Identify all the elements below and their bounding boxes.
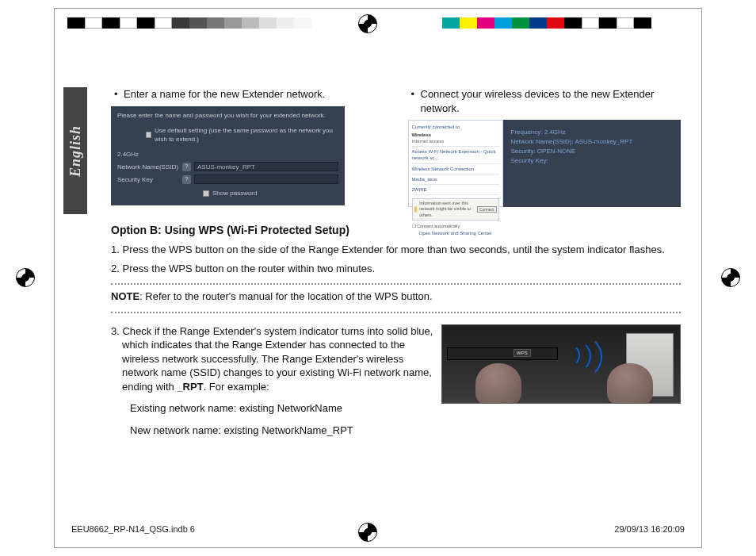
use-default-label: Use default setting (use the same passwo… xyxy=(155,126,338,144)
ssid-label: Network Name(SSID) xyxy=(117,163,182,171)
warning-icon xyxy=(414,206,418,213)
info-line: Security Key: xyxy=(511,156,674,166)
popup-item: Wireless Internet access xyxy=(412,130,499,147)
info-line: Frequency: 2.4GHz xyxy=(511,128,674,137)
hand-graphic xyxy=(475,363,521,404)
popup-item: Access W-Fi Network Extension - Quick ne… xyxy=(412,147,499,163)
connect-button: Connect xyxy=(477,206,497,213)
step-3: 3. Check if the Range Extender's system … xyxy=(111,324,433,394)
ssid-input: ASUS-monkey_RPT xyxy=(194,162,338,171)
bullet-text: Connect your wireless devices to the new… xyxy=(421,87,682,115)
registration-swatches-right xyxy=(442,17,651,29)
popup-item: 2WIRE xyxy=(412,185,499,195)
auto-connect-row: ☐ Connect automatically xyxy=(412,224,499,229)
bullet-text: Enter a name for the new Extender networ… xyxy=(124,87,384,102)
dialog-instruction: Please enter the name and password you w… xyxy=(117,111,338,120)
popup-item: Wireless Network Connection xyxy=(412,164,499,174)
wps-illustration: WPS xyxy=(441,324,681,404)
show-password-label: Show password xyxy=(212,189,257,197)
step-1: 1. Press the WPS button on the side of t… xyxy=(111,243,681,257)
help-icon: ? xyxy=(182,163,191,171)
info-line: Network Name(SSID): ASUS-monkey_RPT xyxy=(511,137,674,147)
registration-mark-icon xyxy=(358,14,377,33)
warning-box: Information sent over this network might… xyxy=(412,198,499,220)
wps-label: WPS xyxy=(514,349,531,357)
checkbox-icon xyxy=(146,132,151,138)
bullet-icon: • xyxy=(111,87,124,102)
network-info-panel: Frequency: 2.4GHz Network Name(SSID): AS… xyxy=(503,120,682,207)
divider-dotted xyxy=(111,283,681,285)
info-line: Security: OPEN-NONE xyxy=(511,147,674,156)
checkbox-icon xyxy=(203,190,209,197)
page-content: • Enter a name for the new Extender netw… xyxy=(111,87,681,437)
language-tab: English xyxy=(63,87,87,214)
extender-name-dialog: Please enter the name and password you w… xyxy=(111,106,345,206)
step-2: 2. Press the WPS button on the router wi… xyxy=(111,262,681,276)
popup-header: Currently connected to: xyxy=(412,124,499,130)
windows-network-popup: Currently connected to: Wireless Interne… xyxy=(408,120,503,207)
registration-mark-icon xyxy=(721,268,740,287)
note-text: NOTE: Refer to the router's manual for t… xyxy=(111,290,681,304)
footer-timestamp: 29/09/13 16:20:09 xyxy=(614,524,685,534)
popup-footer-link: Open Network and Sharing Center xyxy=(412,230,499,236)
help-icon: ? xyxy=(182,175,191,184)
bullet-icon: • xyxy=(408,87,421,115)
popup-item: Media_asus xyxy=(412,174,499,185)
router-graphic xyxy=(447,347,558,360)
example-existing: Existing network name: existing NetworkN… xyxy=(111,401,433,416)
hand-graphic xyxy=(607,363,653,404)
signal-wave-icon xyxy=(558,335,602,379)
divider-dotted xyxy=(111,312,681,313)
registration-mark-icon xyxy=(16,268,35,287)
page-footer: EEU8662_RP-N14_QSG.indb 6 29/09/13 16:20… xyxy=(71,524,685,534)
security-key-input xyxy=(194,174,338,184)
band-label: 2.4GHz xyxy=(117,150,182,159)
example-new: New network name: existing NetworkName_R… xyxy=(111,424,433,438)
security-key-label: Security Key xyxy=(117,175,182,184)
option-b-heading: Option B: Using WPS (Wi-Fi Protected Set… xyxy=(111,223,681,238)
footer-file: EEU8662_RP-N14_QSG.indb 6 xyxy=(71,524,195,534)
registration-swatches-left xyxy=(67,17,311,29)
